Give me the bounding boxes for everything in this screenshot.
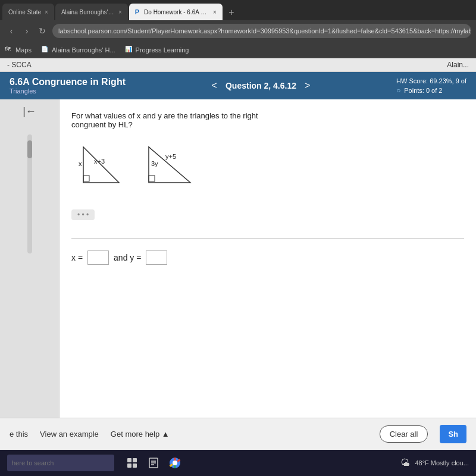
bookmark-maps[interactable]: 🗺 Maps [5, 46, 32, 54]
question-header: 6.6A Congruence in Right Triangles < Que… [0, 72, 476, 99]
submit-button[interactable]: Sh [440, 425, 466, 443]
x-equals-label: x = [71, 253, 83, 262]
taskbar-icons [124, 455, 183, 471]
tab-close-icon[interactable]: × [213, 9, 217, 15]
points-text: Points: 0 of 2 [404, 87, 442, 94]
progress-icon: 📊 [125, 46, 133, 54]
hw-score-block: HW Score: 69.23%, 9 of ○ Points: 0 of 2 [396, 77, 466, 95]
reload-button[interactable]: ↻ [36, 26, 49, 36]
bookmark-label: Alaina Burroughs' H... [52, 46, 115, 54]
forward-nav-button[interactable]: › [20, 26, 33, 36]
svg-rect-1 [83, 176, 89, 181]
pearson-icon: P [135, 8, 139, 15]
tab-close-icon[interactable]: × [118, 9, 122, 15]
scroll-thumb [27, 140, 32, 158]
svg-rect-3 [149, 176, 155, 181]
bookmarks-bar: 🗺 Maps 📄 Alaina Burroughs' H... 📊 Progre… [0, 42, 476, 58]
question-text: For what values of x and y are the trian… [71, 111, 262, 129]
url-bar[interactable]: labschool.pearson.com/Student/PlayerHome… [52, 24, 471, 38]
x-input[interactable] [87, 250, 109, 265]
clear-all-button[interactable]: Clear all [380, 425, 428, 443]
svg-rect-4 [127, 458, 131, 462]
triangle2-svg: 3y y+5 [143, 141, 202, 189]
tab-close-icon[interactable]: × [45, 9, 48, 15]
taskbar: 🌤 48°F Mostly clou... [0, 450, 476, 476]
svg-rect-5 [133, 458, 137, 462]
sidebar-back-button[interactable]: |← [23, 105, 36, 118]
weather-text: 48°F Mostly clou... [415, 459, 469, 466]
scroll-bar[interactable] [27, 134, 32, 253]
triangle2-container: 3y y+5 [143, 141, 202, 191]
next-question-button[interactable]: > [301, 79, 314, 92]
bookmark-alaina[interactable]: 📄 Alaina Burroughs' H... [41, 46, 115, 54]
taskbar-file-icon[interactable] [145, 455, 162, 471]
bookmark-progress[interactable]: 📊 Progress Learning [125, 46, 189, 54]
hw-score-text: HW Score: 69.23%, 9 of [396, 77, 466, 84]
bookmark-label: Progress Learning [136, 46, 189, 54]
bottom-toolbar: e this View an example Get more help ▲ C… [0, 418, 476, 450]
nav-buttons: ‹ › ↻ [5, 26, 49, 36]
left-sidebar: |← [0, 99, 60, 418]
taskbar-search-input[interactable] [7, 455, 114, 471]
tab-homework[interactable]: P Do Homework - 6.6A Congruen × [129, 4, 223, 20]
site-header: - SCCA Alain... [0, 58, 476, 72]
weather-icon: 🌤 [400, 458, 410, 468]
site-header-left: - SCCA [7, 61, 32, 69]
tab-label: Alaina Burroughs' Calendar [61, 9, 115, 15]
question-area: For what values of x and y are the trian… [60, 99, 476, 418]
doc-icon: 📄 [41, 46, 49, 54]
url-text: labschool.pearson.com/Student/PlayerHome… [58, 27, 471, 35]
triangle1-container: x x+3 [77, 141, 131, 191]
tab-label: Online State [8, 9, 41, 15]
y-equals-label: and y = [114, 253, 141, 262]
svg-rect-7 [133, 464, 137, 468]
triangle1-xplus3-label: x+3 [94, 158, 105, 165]
expand-dots[interactable]: • • • [71, 209, 95, 220]
tab-online-state[interactable]: Online State × [2, 4, 54, 20]
tab-calendar[interactable]: Alaina Burroughs' Calendar × [55, 4, 128, 20]
maps-icon: 🗺 [5, 46, 13, 54]
main-content: |← For what values of x and y are the tr… [0, 99, 476, 418]
tab-label: Do Homework - 6.6A Congruen [144, 9, 209, 15]
question-nav: < Question 2, 4.6.12 > [133, 79, 389, 92]
site-header-right: Alain... [447, 61, 469, 69]
svg-rect-6 [127, 464, 131, 468]
tab-bar: Online State × Alaina Burroughs' Calenda… [0, 0, 476, 20]
new-tab-button[interactable]: + [224, 5, 239, 20]
triangle1-svg: x x+3 [77, 141, 131, 189]
question-subtitle: Triangles [10, 87, 126, 95]
svg-point-13 [173, 461, 177, 465]
browser-frame: Online State × Alaina Burroughs' Calenda… [0, 0, 476, 476]
get-help-link[interactable]: Get more help ▲ [111, 430, 170, 439]
bookmark-label: Maps [15, 46, 32, 54]
view-example-link[interactable]: View an example [40, 430, 99, 439]
points-circle-icon: ○ [396, 86, 400, 95]
address-bar: ‹ › ↻ labschool.pearson.com/Student/Play… [0, 20, 476, 42]
divider-line [71, 238, 464, 239]
triangle1-x-label: x [79, 160, 82, 167]
svg-marker-0 [83, 147, 119, 183]
question-title: 6.6A Congruence in Right [10, 77, 126, 87]
page-content: - SCCA Alain... 6.6A Congruence in Right… [0, 58, 476, 450]
answer-row: x = and y = [71, 250, 464, 265]
taskbar-apps-icon[interactable] [124, 455, 140, 471]
question-label: Question 2, 4.6.12 [226, 81, 296, 90]
y-input[interactable] [146, 250, 167, 265]
triangle2-yplus5-label: y+5 [165, 153, 176, 160]
triangle2-3y-label: 3y [151, 160, 158, 167]
taskbar-right: 🌤 48°F Mostly clou... [400, 458, 469, 468]
back-nav-button[interactable]: ‹ [5, 26, 18, 36]
skip-link[interactable]: e this [10, 430, 28, 439]
taskbar-chrome-icon[interactable] [167, 455, 183, 471]
prev-question-button[interactable]: < [208, 79, 221, 92]
question-title-block: 6.6A Congruence in Right Triangles [10, 77, 126, 95]
triangles-diagram: x x+3 3y [77, 141, 464, 191]
